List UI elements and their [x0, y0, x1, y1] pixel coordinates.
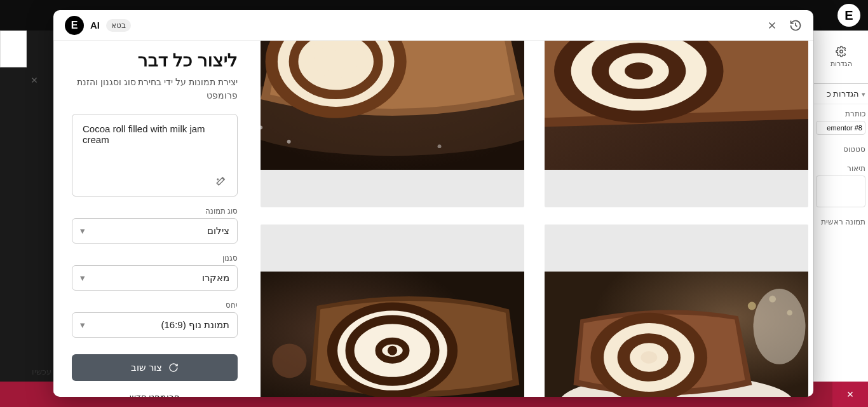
ratio-select[interactable]: תמונת נוף (16:9) ▾: [72, 312, 238, 338]
generated-image: [261, 41, 524, 170]
ai-image-modal: E AI בטא ליצור כל דבר יצירת תמונות על יד…: [53, 10, 813, 397]
ratio-label: יחס: [72, 301, 238, 310]
svg-point-26: [748, 302, 756, 310]
dismiss-notice-button[interactable]: [832, 382, 868, 407]
new-prompt-button[interactable]: פרומפט חדש: [72, 392, 238, 397]
status-field-label: סטטוס: [843, 145, 865, 154]
enhance-prompt-button[interactable]: [215, 176, 227, 190]
featured-field-label: תמונה ראשית: [821, 217, 865, 226]
gear-icon: [836, 46, 847, 57]
generate-again-button[interactable]: צור שוב: [72, 354, 238, 381]
svg-point-5: [325, 50, 348, 73]
image-type-select[interactable]: צילום ▾: [72, 218, 238, 244]
style-select[interactable]: מאקרו ▾: [72, 265, 238, 291]
close-icon: [846, 390, 855, 399]
title-input[interactable]: [816, 121, 865, 135]
ratio-value: תמונת נוף (16:9): [161, 319, 229, 331]
image-type-label: סוג תמונה: [72, 207, 238, 216]
result-card[interactable]: [261, 41, 524, 207]
prompt-box[interactable]: Cocoa roll filled with milk jam cream: [72, 114, 238, 197]
style-label: סגנון: [72, 254, 238, 263]
desc-input[interactable]: [816, 176, 865, 207]
title-field-label: כותרת: [845, 109, 865, 118]
settings-tab[interactable]: הגדרות: [814, 31, 868, 84]
beta-badge: בטא: [106, 19, 131, 32]
history-button[interactable]: [789, 19, 802, 32]
refresh-icon: [168, 362, 179, 373]
svg-point-0: [839, 50, 843, 53]
svg-point-14: [625, 62, 653, 79]
history-icon: [789, 19, 802, 32]
generation-sidebar: ליצור כל דבר יצירת תמונות על ידי בחירת ס…: [53, 41, 255, 397]
svg-point-21: [388, 346, 397, 355]
modal-title: ליצור כל דבר: [72, 50, 238, 71]
chevron-down-icon: ▾: [80, 272, 85, 284]
svg-point-7: [287, 140, 291, 144]
elementor-logo[interactable]: E: [837, 4, 860, 27]
prompt-text[interactable]: Cocoa roll filled with milk jam cream: [83, 123, 227, 164]
left-strip-panel: [0, 31, 27, 67]
svg-point-29: [753, 289, 805, 364]
generated-image: [545, 272, 808, 397]
editor-side-panel: הגדרות ▾ הגדרות כ כותרת סטטוס תיאור תמונ…: [813, 31, 868, 407]
settings-tab-label: הגדרות: [831, 60, 852, 68]
style-value: מאקרו: [202, 272, 229, 284]
close-modal-button[interactable]: [766, 20, 778, 31]
generate-again-label: צור שוב: [131, 362, 162, 373]
new-prompt-label: פרומפט חדש: [130, 392, 180, 397]
results-gallery: השתמש בתמונה: [255, 41, 813, 397]
close-icon: [766, 20, 778, 31]
svg-point-8: [438, 144, 442, 148]
desc-field-label: תיאור: [847, 164, 865, 173]
result-card[interactable]: [545, 41, 808, 207]
panel-section-label: הגדרות כ: [827, 89, 860, 99]
close-side-panel-button[interactable]: [24, 70, 44, 90]
wand-icon: [215, 176, 227, 187]
result-card[interactable]: השתמש בתמונה: [545, 224, 808, 397]
chevron-down-icon: ▾: [80, 319, 85, 331]
generated-image: [261, 272, 524, 397]
ai-brand-logo: E: [65, 16, 84, 35]
ai-label: AI: [90, 20, 100, 31]
svg-point-18: [273, 344, 307, 378]
svg-point-35: [641, 352, 657, 364]
panel-section-toggle[interactable]: ▾ הגדרות כ: [814, 84, 868, 104]
modal-subtitle: יצירת תמונות על ידי בחירת סוג וסגנון והז…: [72, 76, 238, 102]
background-action-button[interactable]: עכשיו: [32, 367, 51, 376]
generated-image: [545, 41, 808, 170]
elementor-logo-glyph: E: [844, 8, 853, 23]
close-icon: [30, 76, 39, 85]
result-card[interactable]: [261, 224, 524, 397]
image-type-value: צילום: [207, 225, 229, 237]
chevron-down-icon: ▾: [80, 225, 85, 237]
